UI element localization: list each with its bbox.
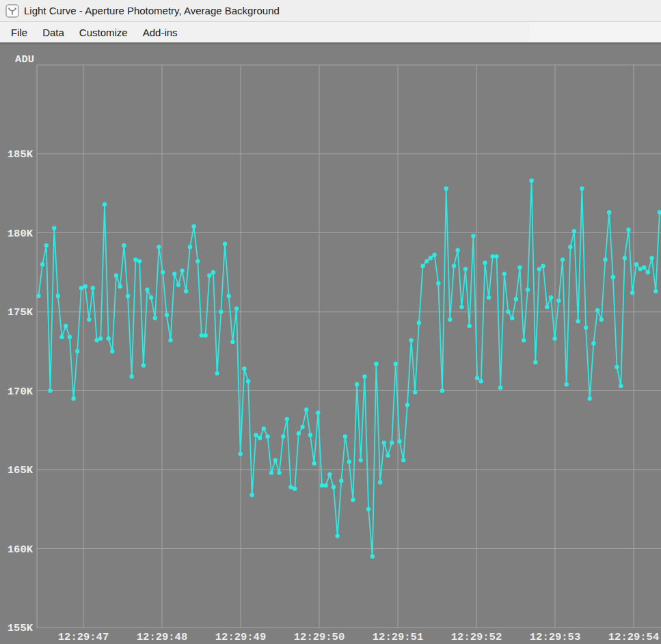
data-point[interactable] xyxy=(262,427,266,431)
data-point[interactable] xyxy=(153,316,157,320)
data-point[interactable] xyxy=(646,270,650,274)
data-point[interactable] xyxy=(339,479,343,483)
data-point[interactable] xyxy=(584,325,588,330)
data-point[interactable] xyxy=(440,388,444,392)
data-point[interactable] xyxy=(514,297,518,301)
data-point[interactable] xyxy=(145,288,149,292)
data-point[interactable] xyxy=(165,312,169,317)
data-point[interactable] xyxy=(327,472,332,477)
data-point[interactable] xyxy=(223,242,227,246)
data-point[interactable] xyxy=(180,269,184,273)
data-point[interactable] xyxy=(79,286,83,290)
data-point[interactable] xyxy=(599,317,604,321)
data-point[interactable] xyxy=(362,375,366,379)
data-point[interactable] xyxy=(630,291,634,295)
data-point[interactable] xyxy=(611,275,615,279)
data-point[interactable] xyxy=(219,310,223,314)
data-point[interactable] xyxy=(382,441,386,445)
data-point[interactable] xyxy=(468,324,472,328)
data-point[interactable] xyxy=(40,263,44,267)
data-point[interactable] xyxy=(75,349,79,353)
data-point[interactable] xyxy=(242,366,246,371)
data-point[interactable] xyxy=(103,202,107,206)
data-point[interactable] xyxy=(658,210,661,214)
menu-item-addins[interactable]: Add-ins xyxy=(139,22,182,42)
data-point[interactable] xyxy=(537,267,541,271)
data-point[interactable] xyxy=(517,265,522,269)
data-point[interactable] xyxy=(239,452,243,456)
data-point[interactable] xyxy=(529,178,533,183)
data-point[interactable] xyxy=(250,493,254,497)
data-point[interactable] xyxy=(141,363,146,367)
data-point[interactable] xyxy=(98,336,103,340)
data-point[interactable] xyxy=(607,210,611,214)
data-point[interactable] xyxy=(273,458,278,462)
light-curve-plot[interactable]: 185K180K175K170K165K160K155K12:29:4712:2… xyxy=(0,42,661,644)
data-point[interactable] xyxy=(297,431,301,435)
data-point[interactable] xyxy=(254,433,258,437)
data-point[interactable] xyxy=(413,390,417,394)
data-point[interactable] xyxy=(397,439,401,443)
data-point[interactable] xyxy=(281,434,285,438)
data-point[interactable] xyxy=(172,271,176,276)
data-point[interactable] xyxy=(71,397,75,401)
data-point[interactable] xyxy=(619,384,623,388)
data-point[interactable] xyxy=(565,382,569,386)
data-point[interactable] xyxy=(195,259,200,263)
data-point[interactable] xyxy=(114,273,118,278)
data-point[interactable] xyxy=(157,245,161,249)
data-point[interactable] xyxy=(370,554,375,559)
data-point[interactable] xyxy=(293,487,297,491)
data-point[interactable] xyxy=(459,305,463,309)
data-point[interactable] xyxy=(288,485,293,489)
data-point[interactable] xyxy=(522,338,526,342)
data-point[interactable] xyxy=(188,245,192,249)
data-point[interactable] xyxy=(545,305,549,309)
data-point[interactable] xyxy=(215,371,219,375)
data-point[interactable] xyxy=(552,336,556,340)
data-point[interactable] xyxy=(642,265,646,269)
data-point[interactable] xyxy=(417,321,421,325)
data-point[interactable] xyxy=(347,459,351,464)
data-point[interactable] xyxy=(409,338,413,342)
data-point[interactable] xyxy=(110,349,114,353)
data-point[interactable] xyxy=(479,379,483,383)
data-point[interactable] xyxy=(91,286,95,290)
data-point[interactable] xyxy=(556,299,561,303)
data-point[interactable] xyxy=(432,253,436,257)
data-point[interactable] xyxy=(308,433,312,437)
data-point[interactable] xyxy=(533,360,537,364)
data-point[interactable] xyxy=(176,283,180,287)
data-point[interactable] xyxy=(448,317,452,321)
data-point[interactable] xyxy=(494,254,498,258)
data-point[interactable] xyxy=(626,228,630,232)
data-point[interactable] xyxy=(258,436,262,440)
data-point[interactable] xyxy=(56,294,60,298)
data-point[interactable] xyxy=(424,259,429,263)
data-point[interactable] xyxy=(483,260,487,265)
data-point[interactable] xyxy=(615,365,619,369)
data-point[interactable] xyxy=(463,267,468,271)
data-point[interactable] xyxy=(452,264,456,268)
data-point[interactable] xyxy=(304,407,308,412)
data-point[interactable] xyxy=(502,271,507,276)
data-point[interactable] xyxy=(191,224,195,228)
data-point[interactable] xyxy=(623,256,627,260)
data-point[interactable] xyxy=(161,270,165,274)
data-point[interactable] xyxy=(471,234,475,238)
data-point[interactable] xyxy=(332,485,336,489)
data-point[interactable] xyxy=(52,226,56,230)
data-point[interactable] xyxy=(394,362,398,366)
data-point[interactable] xyxy=(456,248,460,252)
data-point[interactable] xyxy=(366,507,370,511)
data-point[interactable] xyxy=(118,284,122,289)
data-point[interactable] xyxy=(94,338,98,342)
data-point[interactable] xyxy=(234,306,239,310)
data-point[interactable] xyxy=(107,336,111,340)
data-point[interactable] xyxy=(572,229,576,233)
data-point[interactable] xyxy=(44,243,49,247)
data-point[interactable] xyxy=(285,417,289,421)
menu-item-data[interactable]: Data xyxy=(38,22,68,42)
data-point[interactable] xyxy=(59,335,64,339)
data-point[interactable] xyxy=(510,316,514,320)
